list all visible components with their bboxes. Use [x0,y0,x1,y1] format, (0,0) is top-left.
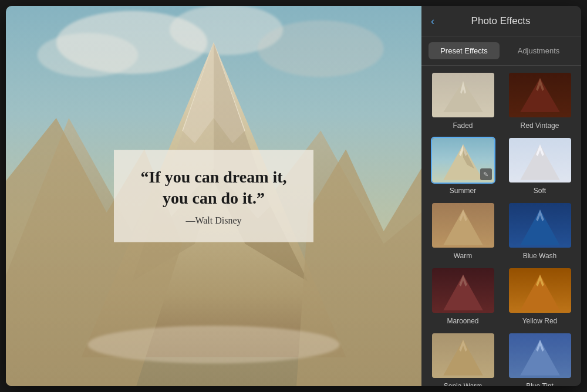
quote-author: —Walt Disney [135,215,292,225]
effect-yellow-red[interactable]: Yellow Red [504,267,575,325]
effect-blue-tint-thumb [508,332,572,379]
effect-faded[interactable]: Faded [427,72,498,130]
effect-sepia-warm[interactable]: Sepia Warm [427,332,498,386]
effects-panel: ‹ Photo Effects Preset Effects Adjustmen… [421,6,581,386]
svg-rect-31 [509,138,571,183]
effect-red-vintage-thumb [508,72,572,119]
effect-warm-label: Warm [454,252,473,260]
svg-rect-39 [509,203,571,248]
svg-rect-35 [432,203,494,248]
effect-blue-tint[interactable]: Blue Tint [504,332,575,386]
effect-soft-thumb [508,137,572,184]
edit-badge: ✎ [480,168,492,180]
effect-warm-thumb [431,202,495,249]
effect-blue-tint-label: Blue Tint [526,382,554,386]
effect-red-vintage-label: Red Vintage [521,121,559,130]
tab-bar: Preset Effects Adjustments [421,36,581,66]
svg-rect-22 [509,73,571,117]
tab-adjustments[interactable]: Adjustments [503,42,574,59]
effect-yellow-red-label: Yellow Red [522,317,558,325]
effect-sepia-warm-thumb [431,332,495,379]
panel-title: Photo Effects [441,15,572,27]
effect-faded-thumb [431,72,495,119]
effect-soft-label: Soft [534,187,546,195]
effect-soft[interactable]: Soft [504,137,575,195]
svg-rect-55 [509,333,571,378]
quote-box: “If you can dream it, you can do it.” —W… [114,150,313,242]
svg-rect-47 [509,268,571,313]
panel-header: ‹ Photo Effects [421,6,581,36]
effect-summer-thumb: ✎ [431,137,495,184]
effect-sepia-warm-label: Sepia Warm [444,382,483,386]
effect-summer[interactable]: ✎ Summer [427,137,498,195]
effect-summer-label: Summer [450,187,476,195]
svg-rect-43 [432,268,494,313]
effect-faded-label: Faded [453,121,473,130]
effects-grid: Faded [421,66,581,386]
effect-marooned[interactable]: Marooned [427,267,498,325]
effect-blue-wash-thumb [508,202,572,249]
app-container: “If you can dream it, you can do it.” —W… [6,6,581,386]
back-button[interactable]: ‹ [431,16,434,26]
tab-preset-effects[interactable]: Preset Effects [429,42,500,59]
svg-rect-51 [432,333,494,378]
effect-blue-wash[interactable]: Blue Wash [504,202,575,260]
effect-marooned-label: Marooned [447,317,478,325]
quote-text: “If you can dream it, you can do it.” [135,167,292,209]
effect-yellow-red-thumb [508,267,572,314]
photo-canvas: “If you can dream it, you can do it.” —W… [6,6,421,386]
effect-red-vintage[interactable]: Red Vintage [504,72,575,130]
effect-warm[interactable]: Warm [427,202,498,260]
effect-blue-wash-label: Blue Wash [523,252,557,260]
effect-marooned-thumb [431,267,495,314]
svg-rect-18 [432,73,494,117]
pencil-icon: ✎ [483,171,488,178]
